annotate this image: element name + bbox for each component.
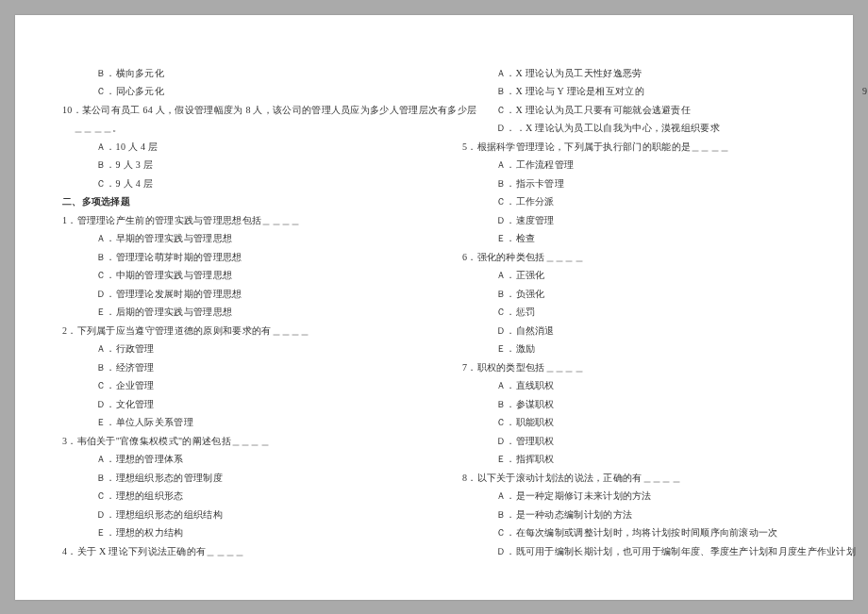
two-column-layout: Ｂ．横向多元化 Ｃ．同心多元化 10．某公司有员工 64 人，假设管理幅度为 8… (62, 64, 806, 562)
option-text: Ｂ．9 人 3 层 (62, 156, 406, 174)
question-text: 8．以下关于滚动计划法的说法，正确的有＿＿＿＿ (462, 469, 806, 488)
option-text: Ｅ．后期的管理实践与管理思想 (62, 303, 406, 322)
option-text: Ｅ．激励 (462, 340, 806, 358)
option-text: Ｃ．职能职权 (462, 413, 806, 432)
option-text: Ｂ．经济管理 (62, 358, 406, 377)
option-text: Ｂ．横向多元化 (62, 64, 406, 83)
option-text: Ｂ．参谋职权 (462, 395, 806, 414)
option-text: Ｃ．同心多元化 (62, 82, 406, 101)
option-text: Ｂ．指示卡管理 (462, 174, 806, 193)
section-heading: 二、多项选择题 (62, 192, 406, 211)
option-text: Ｂ．是一种动态编制计划的方法 (462, 506, 806, 524)
question-text: 4．关于 X 理论下列说法正确的有＿＿＿＿ (62, 542, 406, 561)
option-text: Ｅ．单位人际关系管理 (62, 413, 406, 432)
option-text: Ｅ．理想的权力结构 (62, 523, 406, 542)
option-text: Ａ．是一种定期修订未来计划的方法 (462, 487, 806, 506)
option-text: Ｃ．理想的组织形态 (62, 487, 406, 506)
option-text: Ｅ．检查 (462, 229, 806, 248)
option-text: Ｂ．X 理论与 Y 理论是相互对立的 (462, 82, 806, 101)
option-text: Ａ．早期的管理实践与管理思想 (62, 229, 406, 248)
option-text: Ｃ．中期的管理实践与管理思想 (62, 266, 406, 285)
option-text: Ｂ．管理理论萌芽时期的管理思想 (62, 248, 406, 267)
option-text: Ａ．直线职权 (462, 376, 806, 395)
option-text: Ｅ．指挥职权 (462, 450, 806, 469)
option-text: Ｃ．工作分派 (462, 192, 806, 211)
option-text: Ａ．X 理论认为员工天性好逸恶劳 (462, 64, 806, 83)
option-text: Ａ．工作流程管理 (462, 156, 806, 174)
question-text: 9．下列关于产品部门化的优势，不正确的说法是＿＿＿＿。 (862, 82, 868, 101)
option-text: Ｄ．理想组织形态的组织结构 (62, 506, 406, 524)
option-text: Ｃ．9 人 4 层 (62, 174, 406, 193)
option-text: Ｂ．负强化 (462, 285, 806, 304)
option-text: Ｄ．速度管理 (462, 211, 806, 230)
option-text: Ｂ．理想组织形态的管理制度 (62, 469, 406, 488)
question-text: 3．韦伯关于"官僚集权模式"的阐述包括＿＿＿＿ (62, 432, 406, 451)
document-page: Ｂ．横向多元化 Ｃ．同心多元化 10．某公司有员工 64 人，假设管理幅度为 8… (15, 15, 853, 600)
option-text: Ｃ．X 理论认为员工只要有可能就会逃避责任 (462, 101, 806, 120)
question-text: 10．某公司有员工 64 人，假设管理幅度为 8 人，该公司的管理人员应为多少人… (62, 101, 406, 120)
option-text: Ｄ．既可用于编制长期计划，也可用于编制年度、季度生产计划和月度生产作业计划 (462, 542, 806, 561)
option-text: Ｃ．企业管理 (62, 376, 406, 395)
question-text: 2．下列属于应当遵守管理道德的原则和要求的有＿＿＿＿ (62, 322, 406, 340)
option-text: Ｃ．惩罚 (462, 303, 806, 322)
option-text: Ａ．理想的管理体系 (62, 450, 406, 469)
option-text: Ｄ．管理职权 (462, 432, 806, 451)
question-text: 5．根据科学管理理论，下列属于执行部门的职能的是＿＿＿＿ (462, 138, 806, 157)
option-text: Ｄ．文化管理 (62, 395, 406, 414)
option-text: Ｅ．是一种静态编制计划的方法 (862, 64, 868, 83)
question-text: 6．强化的种类包括＿＿＿＿ (462, 248, 806, 267)
option-text: Ａ．10 人 4 层 (62, 138, 406, 157)
option-text: Ａ．正强化 (462, 266, 806, 285)
option-text: Ｄ．管理理论发展时期的管理思想 (62, 285, 406, 304)
question-blank: ＿＿＿＿。 (62, 119, 406, 138)
option-text: Ａ．行政管理 (62, 340, 406, 358)
option-text: Ｃ．在每次编制或调整计划时，均将计划按时间顺序向前滚动一次 (462, 523, 806, 542)
option-text: Ｄ．自然消退 (462, 322, 806, 340)
question-text: 7．职权的类型包括＿＿＿＿ (462, 358, 806, 377)
question-text: 1．管理理论产生前的管理实践与管理思想包括＿＿＿＿ (62, 211, 406, 230)
option-text: Ｄ．．X 理论认为员工以自我为中心，漠视组织要求 (462, 119, 806, 138)
